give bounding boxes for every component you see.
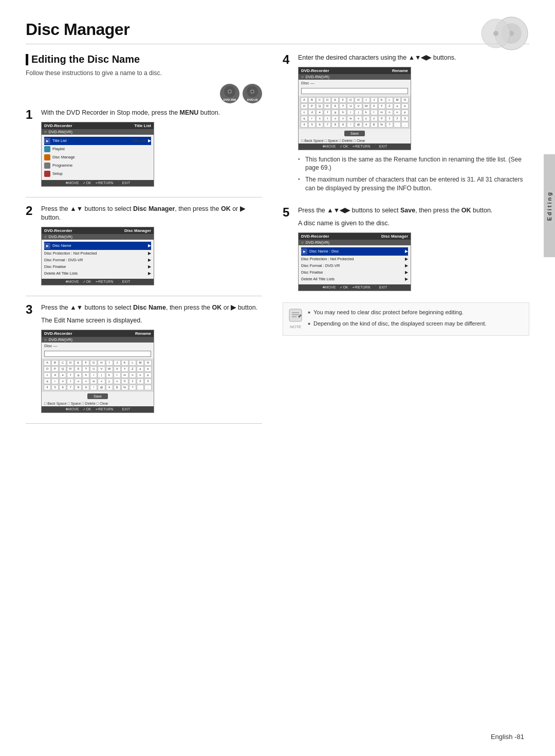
char-cell[interactable]: l — [371, 110, 378, 115]
char-cell[interactable]: X — [371, 103, 378, 109]
char-cell[interactable]: 9 — [339, 122, 346, 128]
char-cell[interactable]: 9 — [82, 385, 89, 390]
char-cell[interactable]: W — [363, 103, 370, 109]
char-cell[interactable]: s — [59, 379, 66, 384]
char-cell[interactable]: 0 — [378, 116, 385, 121]
char-cell[interactable]: 3 — [144, 379, 152, 384]
char-cell[interactable]: d — [51, 372, 59, 378]
char-cell[interactable]: X — [114, 366, 121, 372]
char-cell[interactable]: P — [51, 366, 59, 372]
char-cell[interactable]: j — [98, 372, 105, 378]
char-cell[interactable]: k — [106, 372, 113, 378]
char-cell[interactable]: 0 — [121, 379, 128, 384]
char-cell[interactable]: ? — [129, 385, 136, 390]
char-cell[interactable]: J — [114, 360, 121, 366]
char-cell[interactable]: x — [355, 116, 362, 121]
char-cell[interactable]: t — [67, 379, 74, 384]
char-cell[interactable]: r — [51, 379, 59, 384]
char-cell[interactable]: M — [394, 97, 401, 103]
save-button-3[interactable]: Save — [87, 393, 108, 399]
char-cell[interactable]: Y — [121, 366, 128, 372]
char-cell[interactable]: 5 — [308, 122, 316, 128]
char-cell[interactable]: O — [301, 103, 308, 109]
char-cell[interactable]: . — [394, 122, 401, 128]
char-cell[interactable]: q — [44, 379, 51, 384]
char-cell[interactable]: % — [378, 122, 385, 128]
char-cell[interactable]: t — [324, 116, 331, 121]
char-cell[interactable]: e — [316, 110, 323, 115]
char-cell[interactable]: B — [308, 97, 316, 103]
char-cell[interactable]: @ — [98, 385, 105, 390]
char-cell[interactable]: o — [137, 372, 144, 378]
char-cell[interactable]: s — [316, 116, 323, 121]
char-cell[interactable]: b — [401, 103, 409, 109]
char-cell[interactable]: B — [51, 360, 59, 366]
char-cell[interactable]: n — [386, 110, 393, 115]
char-cell[interactable]: J — [371, 97, 378, 103]
char-cell[interactable]: G — [347, 97, 354, 103]
char-cell[interactable]: 6 — [59, 385, 66, 390]
char-cell[interactable]: L — [386, 97, 393, 103]
char-cell[interactable]: C — [59, 360, 66, 366]
char-cell[interactable]: c — [301, 110, 308, 115]
char-cell[interactable]: y — [106, 379, 113, 384]
char-cell[interactable]: A — [44, 360, 51, 366]
char-cell[interactable]: m — [121, 372, 128, 378]
char-cell[interactable]: H — [98, 360, 105, 366]
char-cell[interactable]: 2 — [137, 379, 144, 384]
char-cell[interactable]: 5 — [51, 385, 59, 390]
char-cell[interactable]: G — [90, 360, 97, 366]
char-cell[interactable]: w — [347, 116, 354, 121]
char-cell[interactable]: l — [114, 372, 121, 378]
char-cell[interactable]: T — [82, 366, 89, 372]
char-cell[interactable]: f — [67, 372, 74, 378]
char-cell[interactable]: Z — [129, 366, 136, 372]
char-cell[interactable]: N — [401, 97, 409, 103]
char-cell[interactable]: 7 — [324, 122, 331, 128]
char-cell[interactable]: I — [106, 360, 113, 366]
char-cell[interactable]: g — [331, 110, 339, 115]
char-cell[interactable]: j — [355, 110, 362, 115]
char-cell[interactable]: b — [144, 366, 152, 372]
char-cell[interactable]: f — [324, 110, 331, 115]
char-cell[interactable]: 4 — [44, 385, 51, 390]
char-cell[interactable]: d — [308, 110, 316, 115]
char-cell[interactable]: 2 — [394, 116, 401, 121]
char-cell[interactable]: H — [355, 97, 362, 103]
char-cell[interactable]: c — [44, 372, 51, 378]
char-cell[interactable]: o — [394, 110, 401, 115]
char-cell[interactable]: g — [75, 372, 82, 378]
char-cell[interactable]: N — [144, 360, 152, 366]
char-cell[interactable]: E — [75, 360, 82, 366]
char-cell[interactable]: z — [371, 116, 378, 121]
char-cell[interactable]: R — [67, 366, 74, 372]
char-cell[interactable]: 6 — [316, 122, 323, 128]
char-cell[interactable]: v — [82, 379, 89, 384]
char-cell[interactable]: ? — [386, 122, 393, 128]
char-cell[interactable]: # — [363, 122, 370, 128]
char-cell[interactable]: E — [331, 97, 339, 103]
char-cell[interactable]: % — [121, 385, 128, 390]
char-cell[interactable]: @ — [355, 122, 362, 128]
char-cell[interactable]: I — [363, 97, 370, 103]
char-cell[interactable]: , — [401, 122, 409, 128]
char-cell[interactable]: r — [308, 116, 316, 121]
char-cell[interactable]: i — [90, 372, 97, 378]
char-cell[interactable]: P — [308, 103, 316, 109]
char-cell[interactable]: 4 — [301, 122, 308, 128]
char-cell[interactable]: 8 — [331, 122, 339, 128]
char-cell[interactable]: L — [129, 360, 136, 366]
char-cell[interactable]: $ — [114, 385, 121, 390]
char-cell[interactable]: A — [301, 97, 308, 103]
char-cell[interactable]: k — [363, 110, 370, 115]
char-cell[interactable]: W — [106, 366, 113, 372]
char-cell[interactable]: 1 — [129, 379, 136, 384]
char-cell[interactable]: S — [75, 366, 82, 372]
char-cell[interactable]: V — [355, 103, 362, 109]
char-cell[interactable]: ! — [90, 385, 97, 390]
char-cell[interactable]: S — [331, 103, 339, 109]
char-cell[interactable]: u — [331, 116, 339, 121]
char-cell[interactable]: # — [106, 385, 113, 390]
char-cell[interactable]: 3 — [401, 116, 409, 121]
char-cell[interactable]: a — [137, 366, 144, 372]
